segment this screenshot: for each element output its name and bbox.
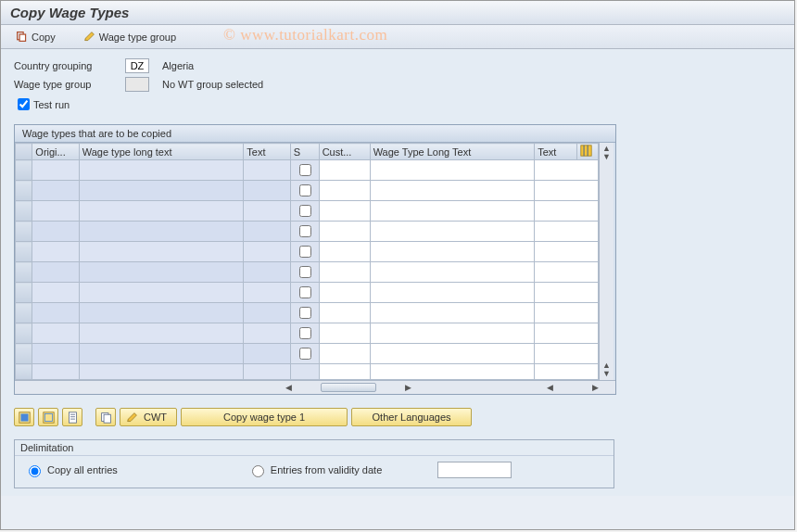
app-window: Copy Wage Types Copy Wage type group © w…: [0, 0, 795, 530]
col-long-text-r[interactable]: Wage Type Long Text: [370, 144, 535, 160]
country-grouping-text: Algeria: [162, 60, 194, 71]
table-row[interactable]: [16, 201, 599, 222]
row-check[interactable]: [299, 327, 311, 339]
column-selector[interactable]: [16, 144, 32, 160]
row-check[interactable]: [299, 225, 311, 237]
select-all-button[interactable]: [14, 408, 34, 426]
col-text-r[interactable]: Text: [535, 144, 577, 160]
entries-from-option[interactable]: Entries from validity date: [247, 462, 382, 477]
row-check[interactable]: [299, 266, 311, 278]
col-s[interactable]: S: [290, 144, 319, 160]
scroll-down-icon[interactable]: ▼: [602, 370, 611, 378]
svg-rect-14: [104, 414, 110, 423]
wage-type-table[interactable]: Origi... Wage type long text Text S Cust…: [15, 143, 599, 380]
vertical-scrollbar[interactable]: ▲ ▼ ▲ ▼: [599, 143, 614, 380]
grid-panel: Wage types that are to be copied Origi..…: [14, 124, 616, 395]
row-check[interactable]: [299, 164, 311, 176]
document-button[interactable]: [62, 408, 82, 426]
scroll-thumb[interactable]: [321, 383, 376, 392]
wage-type-group-button[interactable]: Wage type group: [78, 29, 182, 44]
row-check[interactable]: [299, 205, 311, 217]
row-check[interactable]: [299, 246, 311, 258]
row-check[interactable]: [299, 348, 311, 360]
copy-button[interactable]: Copy: [10, 29, 61, 44]
deselect-all-icon: [43, 412, 55, 424]
row-check[interactable]: [299, 307, 311, 319]
wage-type-group-input[interactable]: [125, 77, 149, 92]
copy-all-label: Copy all entries: [47, 464, 118, 475]
table-row[interactable]: [16, 262, 599, 283]
wage-type-group-label: Wage type group: [99, 32, 176, 43]
action-toolbar: CWT Copy wage type 1 Other Languages: [14, 408, 781, 426]
documents-button[interactable]: [95, 408, 116, 426]
copy-all-radio[interactable]: [29, 465, 41, 477]
table-row[interactable]: [16, 160, 599, 181]
col-long-text-l[interactable]: Wage type long text: [79, 144, 244, 160]
other-languages-button[interactable]: Other Languages: [351, 408, 472, 426]
validity-date-input[interactable]: [437, 462, 512, 478]
svg-rect-9: [69, 412, 76, 422]
wage-type-group-text: No WT group selected: [162, 79, 263, 90]
col-cust[interactable]: Cust...: [319, 144, 370, 160]
content-area: Country grouping Algeria Wage type group…: [1, 49, 794, 496]
scroll-down-icon[interactable]: ▼: [602, 153, 611, 161]
document-icon: [67, 412, 79, 424]
page-title: Copy Wage Types: [1, 1, 794, 25]
table-settings-icon: [580, 145, 592, 157]
scroll-left-icon[interactable]: ◀: [547, 383, 553, 392]
country-grouping-row: Country grouping Algeria: [14, 58, 781, 73]
test-run-checkbox[interactable]: [18, 98, 30, 110]
table-row[interactable]: [16, 303, 599, 323]
row-check[interactable]: [299, 184, 311, 196]
copy-wage-type-label: Copy wage type 1: [223, 412, 305, 423]
col-config-icon[interactable]: [577, 144, 599, 160]
table-row[interactable]: [16, 222, 599, 242]
svg-rect-2: [581, 146, 591, 156]
svg-rect-6: [20, 413, 28, 421]
scroll-right-icon[interactable]: ▶: [592, 383, 599, 392]
app-toolbar: Copy Wage type group © www.tutorialkart.…: [1, 25, 794, 49]
table-row[interactable]: [16, 242, 599, 262]
scroll-right-icon[interactable]: ▶: [405, 383, 411, 392]
select-all-icon: [19, 412, 31, 424]
country-grouping-input[interactable]: [125, 58, 149, 73]
test-run-row: Test run: [14, 95, 781, 113]
copy-label: Copy: [32, 32, 56, 43]
deselect-all-button[interactable]: [38, 408, 58, 426]
documents-icon: [100, 412, 112, 424]
entries-from-radio[interactable]: [252, 465, 264, 477]
grid-title: Wage types that are to be copied: [15, 125, 615, 143]
copy-wage-type-button[interactable]: Copy wage type 1: [181, 408, 348, 426]
delimitation-title: Delimitation: [15, 440, 614, 456]
cwt-button[interactable]: CWT: [120, 408, 177, 426]
wage-type-group-row: Wage type group No WT group selected: [14, 77, 781, 92]
col-origi[interactable]: Origi...: [32, 144, 79, 160]
copy-all-option[interactable]: Copy all entries: [24, 462, 118, 477]
table-row[interactable]: [16, 181, 599, 201]
pencil-icon: [83, 31, 95, 43]
wage-type-group-field-label: Wage type group: [14, 79, 125, 90]
test-run-label: Test run: [33, 99, 70, 110]
delimitation-panel: Delimitation Copy all entries Entries fr…: [14, 439, 614, 488]
row-check[interactable]: [299, 286, 311, 298]
copy-icon: [16, 31, 28, 43]
table-row[interactable]: [16, 364, 599, 380]
table-row[interactable]: [16, 283, 599, 303]
table-row[interactable]: [16, 344, 599, 364]
col-text-l[interactable]: Text: [244, 144, 290, 160]
svg-rect-1: [19, 34, 26, 41]
pencil-icon: [126, 412, 138, 424]
horizontal-scrollbar[interactable]: ◀ ▶ ◀ ▶: [15, 380, 615, 394]
other-languages-label: Other Languages: [373, 412, 451, 423]
cwt-label: CWT: [144, 412, 167, 423]
watermark: © www.tutorialkart.com: [223, 26, 387, 44]
table-row[interactable]: [16, 323, 599, 344]
scroll-left-icon[interactable]: ◀: [285, 383, 292, 392]
country-grouping-label: Country grouping: [14, 60, 125, 71]
entries-from-label: Entries from validity date: [271, 464, 382, 475]
